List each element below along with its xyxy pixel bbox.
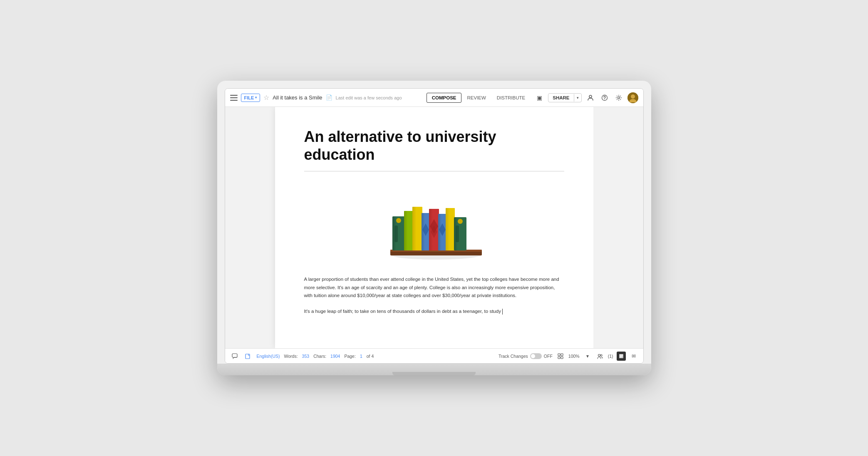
sidebar-left [225,107,275,348]
view-grid-icon[interactable] [556,352,565,361]
paragraph-1: A larger proportion of students than eve… [304,275,564,300]
sidebar-right [593,107,643,348]
svg-rect-28 [446,208,455,250]
svg-point-40 [600,354,602,356]
toolbar-left: FILE▾ ☆ All it takes is a Smile 📄 Last e… [230,94,423,102]
words-label: Words: [284,354,298,359]
status-bar-left: English(US) Words: 353 Chars: 1904 Page:… [230,352,494,361]
collab-count: (1) [608,354,613,359]
laptop-base [217,364,651,375]
collaborators-icon[interactable] [595,352,605,361]
chars-count: 1904 [330,354,340,359]
svg-rect-36 [561,354,563,356]
svg-point-0 [589,95,592,98]
share-dropdown-icon[interactable]: ▾ [574,94,581,102]
svg-rect-16 [412,207,422,250]
words-count: 353 [302,354,310,359]
status-bar: English(US) Words: 353 Chars: 1904 Page:… [225,348,643,363]
help-icon[interactable] [599,92,610,103]
svg-rect-38 [561,357,563,359]
page-current: 1 [360,354,362,359]
file-convert-icon[interactable] [243,352,253,361]
zoom-level[interactable]: 100% [568,354,580,359]
books-svg [372,184,496,261]
main-area: An alternative to university education [225,107,643,348]
toolbar: FILE▾ ☆ All it takes is a Smile 📄 Last e… [225,89,643,107]
favorite-icon[interactable]: ☆ [263,94,269,102]
svg-rect-42 [620,354,622,355]
toolbar-tabs: COMPOSE REVIEW DISTRIBUTE [427,93,531,103]
svg-point-32 [458,219,463,224]
laptop-frame: FILE▾ ☆ All it takes is a Smile 📄 Last e… [217,81,651,375]
svg-point-3 [618,97,620,99]
track-changes-control: Track Changes OFF [498,353,553,359]
tab-distribute[interactable]: DISTRIBUTE [491,93,531,103]
document-type-icon: 📄 [326,94,332,101]
heading-divider [304,171,564,171]
toolbar-right: ▣ SHARE ▾ [534,92,638,103]
comment-icon[interactable] [230,352,239,361]
document-area[interactable]: An alternative to university education [275,107,593,348]
page-of: of 4 [367,354,374,359]
track-changes-toggle[interactable] [530,353,542,359]
hamburger-icon[interactable] [230,95,238,101]
tab-compose[interactable]: COMPOSE [427,93,462,103]
text-cursor [502,309,503,315]
svg-point-12 [396,218,401,223]
svg-rect-11 [394,226,398,242]
status-bar-right: Track Changes OFF 100% ▾ [498,352,638,361]
chars-label: Chars: [313,354,326,359]
last-edit-status: Last edit was a few seconds ago [336,95,402,100]
svg-rect-34 [246,354,250,359]
svg-rect-43 [620,356,622,357]
search-user-icon[interactable] [585,92,596,103]
settings-icon[interactable] [613,92,624,103]
file-chevron: ▾ [255,96,257,99]
share-button[interactable]: SHARE [548,94,573,102]
svg-rect-44 [620,357,622,357]
document-heading: An alternative to university education [304,128,564,164]
active-view-icon[interactable] [617,352,626,361]
svg-point-1 [602,95,607,100]
track-changes-label: Track Changes [498,354,528,359]
zoom-chevron-icon[interactable]: ▾ [583,352,592,361]
file-menu-button[interactable]: FILE▾ [241,94,260,102]
document-image [304,184,564,261]
svg-point-5 [631,94,635,99]
svg-rect-14 [404,211,413,250]
laptop-screen: FILE▾ ☆ All it takes is a Smile 📄 Last e… [225,88,644,364]
share-button-group: SHARE ▾ [548,93,581,102]
user-avatar[interactable] [627,92,638,103]
tab-review[interactable]: REVIEW [461,93,491,103]
svg-point-39 [598,354,600,356]
track-changes-state: OFF [544,354,553,359]
page-label: Page: [344,354,355,359]
file-label: FILE [244,95,254,100]
document-title: All it takes is a Smile [273,94,322,101]
presentation-mode-icon[interactable]: ▣ [534,92,545,103]
svg-point-2 [604,99,605,99]
svg-rect-31 [456,226,459,242]
email-icon[interactable]: ✉ [629,352,638,361]
language-indicator[interactable]: English(US) [257,354,280,359]
svg-rect-37 [558,357,560,359]
svg-rect-33 [232,354,237,357]
paragraph-2: It's a huge leap of faith; to take on te… [304,307,564,316]
svg-rect-35 [558,354,560,356]
